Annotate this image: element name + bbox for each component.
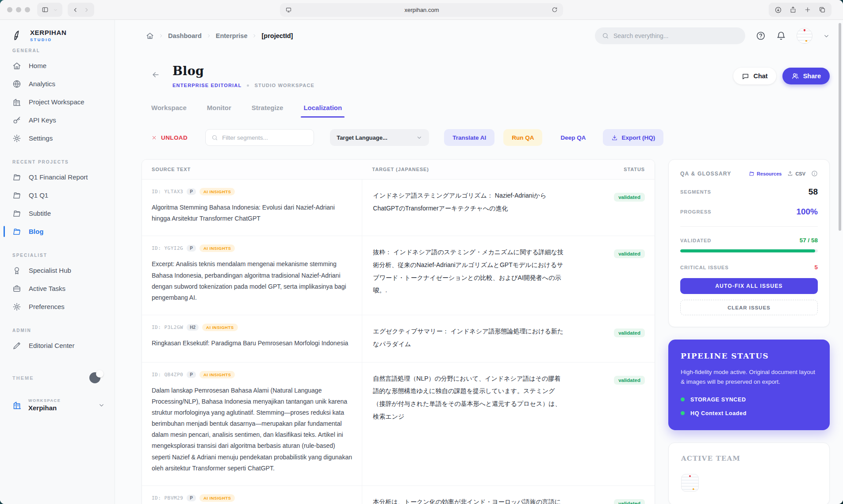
sidebar-item-editorial-center[interactable]: Editorial Center [12, 336, 115, 355]
target-text[interactable]: インドネシア語ステミングアルゴリズム： Nazief-AdrianiからChat… [362, 179, 575, 236]
building-icon [12, 98, 21, 107]
workspace-switcher[interactable]: WORKSPACE Xerpihan [12, 398, 105, 412]
csv-export-link[interactable]: CSV [787, 171, 805, 176]
page-title: Blog [172, 64, 314, 78]
target-language-select[interactable]: Target Language... [330, 129, 429, 146]
close-button[interactable] [7, 7, 12, 12]
back-arrow-icon[interactable] [151, 70, 160, 79]
help-icon[interactable] [756, 31, 766, 41]
ai-insights-badge[interactable]: AI INSIGHTS [199, 494, 235, 502]
table-row[interactable]: ID: QB4ZP0PAI INSIGHTSDalam lanskap Pemr… [142, 363, 655, 486]
run-qa-button[interactable]: Run QA [503, 129, 542, 146]
clear-issues-button[interactable]: CLEAR ISSUES [680, 300, 818, 315]
window-scrollbar[interactable] [839, 23, 841, 231]
pencil-icon [12, 341, 21, 350]
table-row[interactable]: ID: YGYI2GPAI INSIGHTSExcerpt: Analisis … [142, 236, 655, 315]
filter-segments-field[interactable] [205, 129, 314, 146]
team-member-avatar[interactable] [681, 474, 699, 492]
sidebar-toggle-group[interactable] [37, 3, 62, 17]
critical-issues-value: 5 [814, 264, 818, 271]
target-text[interactable]: 自然言語処理（NLP）の分野において、インドネシア語はその膠着語的な形態構造ゆえ… [362, 363, 575, 486]
table-row[interactable]: ID: YLTAX3PAI INSIGHTSAlgoritma Stemming… [142, 179, 655, 236]
tab-workspace[interactable]: Workspace [151, 104, 187, 116]
info-icon[interactable] [811, 170, 818, 177]
translate-ai-button[interactable]: Translate AI [444, 129, 494, 146]
sidebar-item-project-workspace[interactable]: Project Workspace [12, 93, 115, 111]
deep-qa-button[interactable]: Deep QA [552, 129, 594, 146]
brand[interactable]: XERPIHAN STUDIO [12, 29, 115, 42]
url-bar[interactable]: xerpihan.com [280, 3, 563, 17]
right-panel: QA & GLOSSARY Resources CSV [668, 159, 830, 504]
sidebar-item-home[interactable]: Home [12, 57, 115, 75]
chevron-down-icon[interactable] [823, 33, 830, 39]
home-breadcrumb-icon[interactable] [146, 32, 154, 40]
active-team-title: ACTIVE TEAM [681, 454, 817, 462]
source-text: Ringkasan Eksekutif: Paradigma Baru Pemr… [152, 338, 352, 349]
ai-insights-badge[interactable]: AI INSIGHTS [199, 244, 235, 252]
filter-segments-input[interactable] [222, 134, 308, 141]
sidebar-item-specialist-hub[interactable]: Specialist Hub [12, 261, 115, 279]
back-icon[interactable] [72, 7, 79, 13]
global-search[interactable] [595, 27, 745, 44]
source-cell: ID: YLTAX3PAI INSIGHTSAlgoritma Stemming… [142, 179, 362, 236]
sidebar-item-subtitle[interactable]: Subtitle [12, 204, 115, 222]
tab-overview-icon[interactable] [819, 6, 826, 13]
table-row[interactable]: ID: PBVM29PAI INSIGHTS本分析は、トークン化の効率が非インド… [142, 486, 655, 504]
tab-strategize[interactable]: Strategize [252, 104, 284, 116]
zoom-button[interactable] [25, 7, 30, 12]
tab-monitor[interactable]: Monitor [207, 104, 231, 116]
sidebar-item-label: Q1 Q1 [29, 191, 48, 199]
breadcrumb-dashboard[interactable]: Dashboard [168, 32, 202, 39]
source-text: Algoritma Stemming Bahasa Indonesia: Evo… [152, 202, 352, 224]
folder-icon [749, 171, 755, 176]
unload-button[interactable]: UNLOAD [151, 134, 188, 141]
share-sheet-icon[interactable] [789, 6, 797, 13]
export-hq-button[interactable]: Export (HQ) [603, 129, 663, 146]
status-badge: validated [614, 328, 645, 337]
workspace-name: Xerpihan [28, 404, 61, 412]
status-badge: validated [614, 499, 645, 504]
qa-glossary-card: QA & GLOSSARY Resources CSV [668, 159, 830, 327]
sidebar-item-q1-financial-report[interactable]: Q1 Financial Report [12, 168, 115, 186]
downloads-icon[interactable] [774, 6, 782, 14]
theme-label: THEME [12, 375, 34, 381]
status-cell: validated [575, 315, 655, 362]
sidebar-item-settings[interactable]: Settings [12, 129, 115, 147]
quill-logo-icon [12, 30, 24, 41]
forward-icon[interactable] [83, 7, 90, 13]
globe-icon [12, 80, 21, 88]
sidebar-item-blog[interactable]: Blog [12, 222, 115, 241]
sidebar-item-q1-q1[interactable]: Q1 Q1 [12, 186, 115, 204]
target-text[interactable]: 本分析は、トークン化の効率が非インド・ヨーロッパ語族の言語におけ [362, 486, 575, 504]
sidebar-item-label: API Keys [29, 116, 56, 124]
sidebar-item-preferences[interactable]: Preferences [12, 298, 115, 316]
ai-insights-badge[interactable]: AI INSIGHTS [199, 188, 235, 195]
notifications-bell-icon[interactable] [776, 31, 786, 41]
ai-insights-badge[interactable]: AI INSIGHTS [199, 371, 235, 378]
breadcrumb-enterprise[interactable]: Enterprise [216, 32, 248, 39]
refresh-icon[interactable] [552, 7, 558, 13]
sidebar-item-active-tasks[interactable]: Active Tasks [12, 279, 115, 298]
sidebar-item-api-keys[interactable]: API Keys [12, 111, 115, 129]
theme-toggle-moon-icon[interactable] [89, 372, 100, 383]
page-head: Blog ENTERPRISE EDITORIAL STUDIO WORKSPA… [142, 64, 830, 88]
tab-localization[interactable]: Localization [303, 104, 342, 116]
minimize-button[interactable] [16, 7, 21, 12]
table-row[interactable]: ID: P3L2GWH2AI INSIGHTSRingkasan Eksekut… [142, 315, 655, 362]
chevron-right-icon [252, 33, 257, 38]
status-cell: validated [575, 486, 655, 504]
page-settings-icon[interactable] [285, 7, 292, 13]
auto-fix-all-issues-button[interactable]: AUTO-FIX ALL ISSUES [680, 278, 818, 294]
user-avatar[interactable] [797, 28, 812, 44]
segment-id: ID: QB4ZP0 [152, 372, 183, 378]
target-text[interactable]: エグゼクティブサマリー： インドネシア語形態論処理における新たなパラダイム [362, 315, 575, 362]
ai-insights-badge[interactable]: AI INSIGHTS [202, 324, 238, 331]
share-button[interactable]: Share [782, 68, 830, 84]
sidebar-item-analytics[interactable]: Analytics [12, 75, 115, 93]
x-icon [151, 135, 157, 141]
target-text[interactable]: 抜粋： インドネシア語のステミング・メカニズムに関する詳細な技術分析、従来のNa… [362, 236, 575, 315]
new-tab-icon[interactable] [804, 6, 811, 13]
search-input[interactable] [613, 32, 738, 39]
resources-link[interactable]: Resources [749, 171, 782, 176]
chat-button[interactable]: Chat [733, 68, 776, 84]
